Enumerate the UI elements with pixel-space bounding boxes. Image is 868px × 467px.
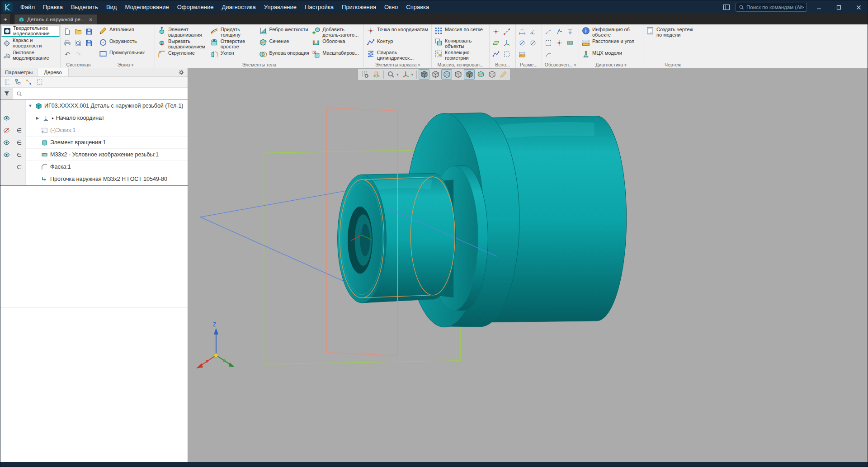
cylindrical-spiral-button[interactable]: Спираль цилиндрическ... [365, 49, 430, 61]
maximize-button[interactable] [830, 0, 847, 14]
mass-properties-button[interactable]: МЦХ модели [580, 49, 642, 61]
undo-button[interactable]: ↶ [62, 49, 72, 59]
section-label-auxiliary[interactable]: Вспо... [490, 62, 515, 67]
collapse-caret-icon[interactable]: ▶ [35, 116, 40, 120]
draft-button[interactable]: Уклон [209, 49, 258, 61]
copy-objects-button[interactable]: Копировать объекты [433, 37, 488, 49]
menu-applications[interactable]: Приложения [338, 0, 380, 14]
aux-point-button[interactable] [491, 27, 501, 37]
section-label-body[interactable]: Элементы тела [155, 62, 363, 67]
save-as-button[interactable] [84, 38, 94, 48]
point-by-coordinates-button[interactable]: Точка по координатам [365, 26, 430, 38]
notation-more-button[interactable] [543, 49, 553, 59]
open-document-button[interactable] [73, 27, 83, 37]
orientation-button[interactable]: ▾ [401, 69, 415, 80]
aux-axis-button[interactable] [502, 27, 512, 37]
tree-item-chamfer1[interactable]: ∈ Фаска:1 [0, 161, 188, 173]
mode-wireframe-surfaces[interactable]: Каркас и поверхности [1, 38, 60, 49]
tree-item-revolve1[interactable]: ∈ Элемент вращения:1 [0, 137, 188, 149]
visibility-eye-icon[interactable] [0, 149, 13, 161]
document-tab[interactable]: Деталь с наружной ре... ✕ [14, 14, 97, 24]
display-shaded-button[interactable] [419, 69, 429, 80]
minimize-button[interactable] [811, 0, 827, 14]
mode-sheet-metal[interactable]: Листовое моделирование [1, 50, 60, 61]
section-label-notations[interactable]: Обозначен...▾ [542, 62, 579, 67]
menu-edit[interactable]: Правка [39, 0, 67, 14]
zoom-button[interactable]: ▾ [386, 69, 400, 80]
tab-tree[interactable]: Дерево [37, 68, 68, 76]
visibility-eye-off-icon[interactable] [0, 124, 13, 137]
command-search[interactable] [736, 3, 807, 12]
new-document-tab-button[interactable]: + [0, 14, 11, 24]
geometry-collection-button[interactable]: Коллекция геометрии [433, 49, 488, 61]
rectangle-button[interactable]: Прямоугольник [98, 49, 153, 61]
diameter-dimension-button[interactable] [517, 38, 527, 48]
panel-settings-button[interactable] [178, 69, 188, 75]
display-section-view-button[interactable] [475, 69, 486, 80]
layout-panels-icon[interactable] [721, 3, 732, 12]
section-label-array[interactable]: Массив, копирован... [432, 62, 489, 67]
mode-solid-modeling[interactable]: Твердотельное моделирование [1, 25, 60, 37]
tree-item-origin[interactable]: ▶ ● Начало координат [0, 112, 188, 124]
roughness-button[interactable] [554, 27, 564, 37]
grid-array-button[interactable]: Массив по сетке [433, 26, 488, 37]
tree-relations-button[interactable] [25, 79, 32, 85]
aux-curve-button[interactable] [491, 49, 501, 59]
menu-formatting[interactable]: Оформление [173, 0, 218, 14]
filter-button[interactable] [0, 88, 13, 99]
menu-diagnostics[interactable]: Диагностика [217, 0, 259, 14]
circle-button[interactable]: Окружность [98, 38, 153, 49]
linear-dimension-button[interactable] [517, 27, 527, 37]
simple-hole-button[interactable]: Отверстие простое [209, 38, 258, 49]
section-label-frame[interactable]: Элементы каркаса▾ [364, 62, 431, 67]
menu-help[interactable]: Справка [402, 0, 433, 14]
section-label-diagnostics[interactable]: Диагностика▾ [579, 62, 643, 67]
display-simplified-button[interactable] [486, 69, 497, 80]
thicken-button[interactable]: Придать толщину [209, 26, 258, 38]
print-button[interactable] [62, 38, 72, 48]
create-drawing-button[interactable]: Создать чертеж по модели [645, 26, 701, 38]
aux-cs-button[interactable] [502, 38, 512, 48]
datum-button[interactable] [565, 27, 575, 37]
tree-item-part-root[interactable]: ▼ ИГ03.XXXXX.001 Деталь с наружной резьб… [0, 100, 188, 112]
visibility-eye-icon[interactable] [0, 137, 13, 149]
menu-file[interactable]: Файл [16, 0, 39, 14]
shell-button[interactable]: Оболочка [311, 38, 362, 49]
menu-management[interactable]: Управление [260, 0, 301, 14]
object-info-button[interactable]: Информация об объекте [580, 26, 642, 38]
section-label-drawing[interactable]: Чертеж [643, 62, 702, 67]
cut-extrude-button[interactable]: Вырезать выдавливанием [156, 38, 209, 49]
model-part[interactable] [338, 113, 627, 327]
tree-item-sketch1[interactable]: ∈ (-)Эскиз:1 [0, 124, 188, 137]
3d-scene[interactable]: Z [188, 68, 868, 462]
preview-button[interactable] [73, 38, 83, 48]
section-label-system[interactable]: Системная [61, 62, 96, 67]
menu-window[interactable]: Окно [380, 0, 402, 14]
aux-plane-button[interactable] [491, 38, 501, 48]
snap-settings-button[interactable] [359, 69, 370, 80]
menu-view[interactable]: Вид [102, 0, 121, 14]
extrude-button[interactable]: Элемент выдавливания [156, 26, 209, 38]
tab-close-icon[interactable]: ✕ [88, 17, 93, 22]
scale-button[interactable]: Масштабиров... [311, 49, 362, 61]
radial-dimension-button[interactable] [528, 38, 538, 48]
add-stock-part-button[interactable]: Добавить деталь-загото... [311, 26, 362, 38]
tolerance-frame-button[interactable] [543, 38, 553, 48]
redo-button[interactable]: ↷ [73, 49, 83, 59]
display-wireframe-button[interactable] [441, 69, 452, 80]
close-button[interactable] [850, 0, 867, 14]
new-document-button[interactable] [62, 27, 72, 37]
menu-modeling[interactable]: Моделирование [121, 0, 173, 14]
tree-search-input[interactable] [25, 90, 184, 97]
display-hidden-edges-button[interactable] [453, 69, 463, 80]
display-shaded-edges-button[interactable] [430, 69, 441, 80]
contour-button[interactable]: Контур [365, 38, 430, 49]
tree-grouping-button[interactable] [14, 79, 21, 85]
section-label-dimensions[interactable]: Разме... [516, 62, 542, 67]
menu-settings[interactable]: Настройка [301, 0, 338, 14]
construction-planes-button[interactable] [371, 69, 382, 80]
tree-additional-button[interactable] [36, 79, 43, 85]
auto-dimension-button[interactable] [517, 49, 527, 59]
edit-sketch-button[interactable] [498, 69, 509, 80]
boolean-button[interactable]: Булева операция [258, 49, 311, 61]
